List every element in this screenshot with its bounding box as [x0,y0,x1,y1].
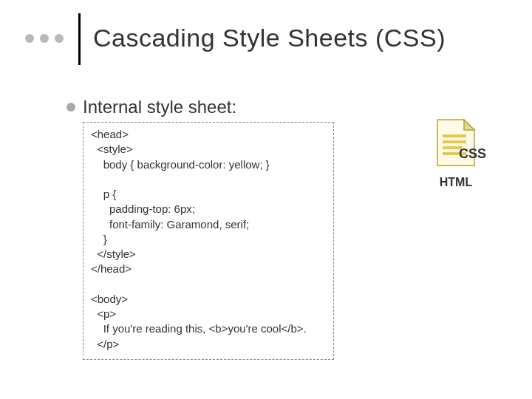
html-label: HTML [434,176,477,189]
svg-rect-1 [443,140,466,143]
dot-icon [55,34,64,43]
bullet-text: Internal style sheet: [83,97,236,117]
dot-icon [25,34,34,43]
vertical-rule [78,13,81,65]
code-snippet: <head> <style> body { background-color: … [83,122,334,360]
page-title: Cascading Style Sheets (CSS) [93,24,446,52]
dot-icon [40,34,49,43]
css-label: CSS [459,146,486,162]
bullet-icon [66,103,75,112]
bullet-item: Internal style sheet: [66,97,532,117]
svg-rect-0 [443,134,466,137]
decorative-dots [25,34,64,43]
